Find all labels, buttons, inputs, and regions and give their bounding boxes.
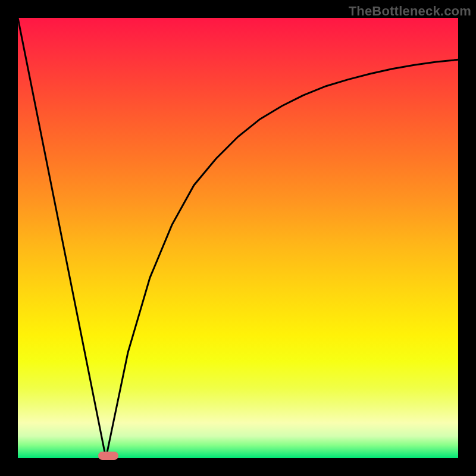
minimum-marker (98, 452, 118, 460)
plot-area (18, 18, 458, 458)
bottleneck-curve (18, 18, 458, 458)
chart-frame: TheBottleneck.com (0, 0, 476, 476)
watermark-text: TheBottleneck.com (349, 4, 471, 19)
